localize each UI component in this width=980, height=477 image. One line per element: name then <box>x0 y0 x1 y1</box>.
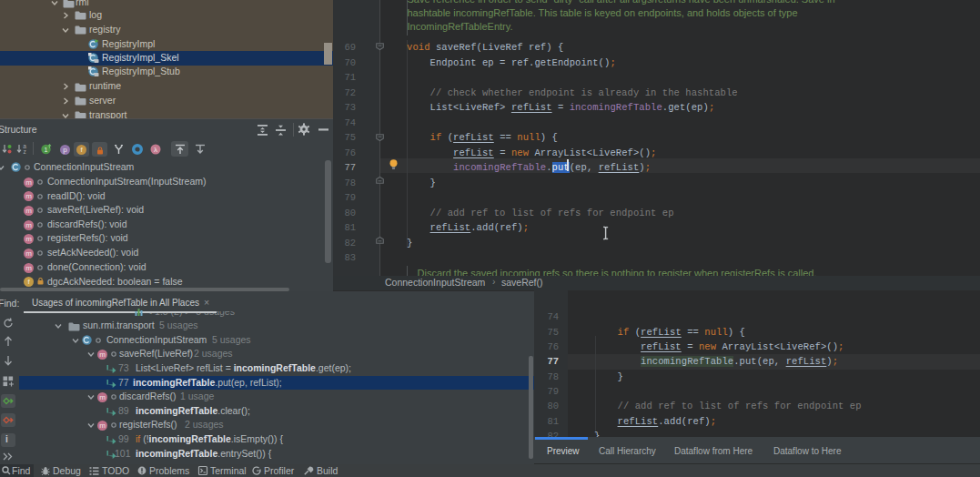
svg-text:m: m <box>25 249 32 258</box>
svg-text:m: m <box>99 350 106 359</box>
svg-text:m: m <box>25 207 32 215</box>
svg-text:m: m <box>25 193 32 201</box>
svg-text:m: m <box>99 393 106 401</box>
svg-text:m: m <box>25 264 32 272</box>
svg-text:m: m <box>25 235 32 243</box>
svg-text:m: m <box>25 178 32 187</box>
svg-text:z: z <box>23 148 25 155</box>
svg-text:λ: λ <box>154 146 157 154</box>
svg-text:p: p <box>63 146 67 154</box>
svg-text:m: m <box>25 221 32 229</box>
svg-text:1: 1 <box>45 147 48 153</box>
svg-text:m: m <box>99 421 106 430</box>
